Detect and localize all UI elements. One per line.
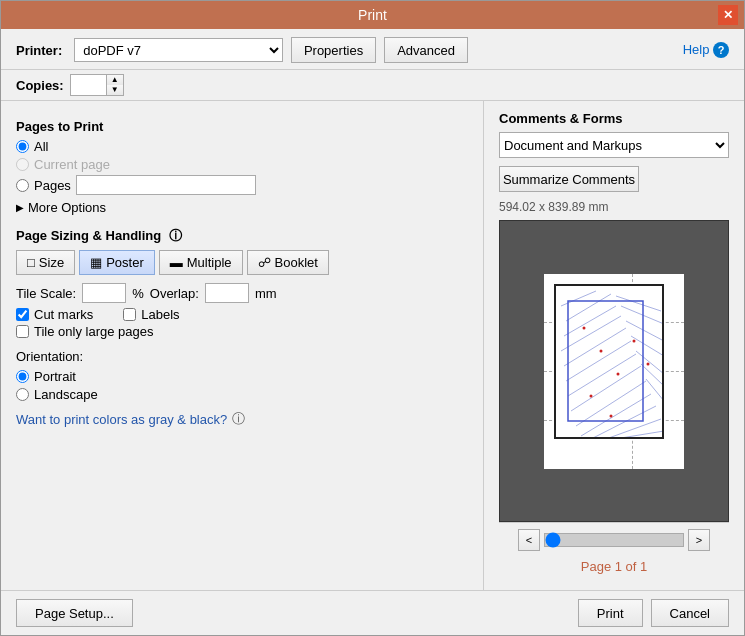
copies-input[interactable]: 1 bbox=[70, 74, 106, 96]
overlap-label: Overlap: bbox=[150, 286, 199, 301]
current-page-label: Current page bbox=[34, 157, 110, 172]
page-indicator: Page 1 of 1 bbox=[499, 557, 729, 580]
print-area bbox=[554, 284, 664, 439]
cut-marks-checkbox[interactable] bbox=[16, 308, 29, 321]
labels-checkbox[interactable] bbox=[123, 308, 136, 321]
landscape-row: Landscape bbox=[16, 387, 468, 402]
svg-line-18 bbox=[641, 364, 664, 386]
pages-label: Pages bbox=[34, 178, 71, 193]
poster-tab[interactable]: ▦ Poster bbox=[79, 250, 155, 275]
comments-forms-header: Comments & Forms bbox=[499, 111, 729, 126]
size-tab-icon: □ bbox=[27, 255, 35, 270]
orientation-section: Orientation: Portrait Landscape bbox=[16, 349, 468, 402]
booklet-tab-icon: ☍ bbox=[258, 255, 271, 270]
svg-line-5 bbox=[566, 341, 631, 381]
more-options[interactable]: ▶ More Options bbox=[16, 200, 468, 215]
more-options-label: More Options bbox=[28, 200, 106, 215]
svg-rect-27 bbox=[568, 301, 643, 421]
tile-only-checkbox[interactable] bbox=[16, 325, 29, 338]
print-colors-row[interactable]: Want to print colors as gray & black? ⓘ bbox=[16, 410, 468, 428]
properties-button[interactable]: Properties bbox=[291, 37, 376, 63]
title-bar: Print ✕ bbox=[1, 1, 744, 29]
svg-point-21 bbox=[600, 349, 603, 352]
dialog-title: Print bbox=[358, 7, 387, 23]
tile-only-row: Tile only large pages bbox=[16, 324, 468, 339]
close-button[interactable]: ✕ bbox=[718, 5, 738, 25]
svg-point-22 bbox=[617, 372, 620, 375]
print-colors-icon: ⓘ bbox=[232, 410, 245, 428]
overlap-input[interactable]: 0.005 bbox=[205, 283, 249, 303]
main-content: Pages to Print All Current page Pages 1 … bbox=[1, 101, 744, 590]
svg-line-19 bbox=[646, 379, 664, 401]
booklet-tab[interactable]: ☍ Booklet bbox=[247, 250, 329, 275]
svg-point-24 bbox=[633, 339, 636, 342]
print-colors-label: Want to print colors as gray & black? bbox=[16, 412, 227, 427]
pages-radio[interactable] bbox=[16, 179, 29, 192]
pages-to-print-header: Pages to Print bbox=[16, 119, 468, 134]
advanced-button[interactable]: Advanced bbox=[384, 37, 468, 63]
multiple-tab-icon: ▬ bbox=[170, 255, 183, 270]
nav-bar: < > bbox=[499, 522, 729, 557]
help-link[interactable]: Help ? bbox=[683, 42, 729, 58]
printer-label: Printer: bbox=[16, 43, 62, 58]
tile-scale-input[interactable]: 100 bbox=[82, 283, 126, 303]
preview-page bbox=[544, 274, 684, 469]
cut-marks-row: Cut marks Labels bbox=[16, 307, 468, 322]
pages-input[interactable]: 1 bbox=[76, 175, 256, 195]
copies-label: Copies: bbox=[16, 78, 64, 93]
drawing-svg bbox=[556, 286, 664, 439]
dimensions-text: 594.02 x 839.89 mm bbox=[499, 200, 729, 214]
multiple-tab[interactable]: ▬ Multiple bbox=[159, 250, 243, 275]
all-radio[interactable] bbox=[16, 140, 29, 153]
orientation-header: Orientation: bbox=[16, 349, 468, 364]
landscape-radio[interactable] bbox=[16, 388, 29, 401]
page-setup-button[interactable]: Page Setup... bbox=[16, 599, 133, 627]
copies-row: Copies: 1 ▲ ▼ bbox=[1, 70, 744, 101]
all-radio-row: All bbox=[16, 139, 468, 154]
size-tab[interactable]: □ Size bbox=[16, 250, 75, 275]
svg-line-0 bbox=[561, 291, 596, 306]
more-options-triangle: ▶ bbox=[16, 202, 24, 213]
left-panel: Pages to Print All Current page Pages 1 … bbox=[1, 101, 484, 590]
svg-point-20 bbox=[583, 326, 586, 329]
tile-scale-unit: % bbox=[132, 286, 144, 301]
spin-down[interactable]: ▼ bbox=[107, 85, 123, 95]
pages-radio-row: Pages 1 bbox=[16, 175, 468, 195]
cancel-button[interactable]: Cancel bbox=[651, 599, 729, 627]
footer-right: Print Cancel bbox=[578, 599, 729, 627]
svg-point-23 bbox=[590, 394, 593, 397]
svg-line-3 bbox=[561, 316, 621, 351]
labels-label: Labels bbox=[141, 307, 179, 322]
cut-marks-label: Cut marks bbox=[34, 307, 93, 322]
page-slider[interactable] bbox=[544, 533, 684, 547]
current-page-radio[interactable] bbox=[16, 158, 29, 171]
copies-spinner[interactable]: 1 ▲ ▼ bbox=[70, 74, 124, 96]
print-button[interactable]: Print bbox=[578, 599, 643, 627]
info-icon: ⓘ bbox=[169, 228, 182, 243]
svg-point-25 bbox=[647, 362, 650, 365]
svg-line-6 bbox=[568, 354, 636, 396]
svg-point-26 bbox=[610, 414, 613, 417]
printer-select[interactable]: doPDF v7 bbox=[74, 38, 283, 62]
svg-line-12 bbox=[621, 431, 664, 438]
summarize-button[interactable]: Summarize Comments bbox=[499, 166, 639, 192]
poster-tab-icon: ▦ bbox=[90, 255, 102, 270]
spin-up[interactable]: ▲ bbox=[107, 75, 123, 85]
tile-scale-row: Tile Scale: 100 % Overlap: 0.005 mm bbox=[16, 283, 468, 303]
footer: Page Setup... Print Cancel bbox=[1, 590, 744, 635]
pages-radio-group: All Current page Pages 1 bbox=[16, 139, 468, 195]
page-sizing-header: Page Sizing & Handling ⓘ bbox=[16, 227, 468, 245]
svg-line-13 bbox=[616, 296, 661, 311]
svg-line-1 bbox=[566, 294, 611, 321]
portrait-label: Portrait bbox=[34, 369, 76, 384]
portrait-radio[interactable] bbox=[16, 370, 29, 383]
svg-line-17 bbox=[636, 351, 664, 374]
prev-page-button[interactable]: < bbox=[518, 529, 540, 551]
next-page-button[interactable]: > bbox=[688, 529, 710, 551]
help-icon: ? bbox=[713, 42, 729, 58]
comments-select[interactable]: Document and Markups Document Form Field… bbox=[499, 132, 729, 158]
all-label: All bbox=[34, 139, 48, 154]
preview-box bbox=[499, 220, 729, 522]
sizing-tabs: □ Size ▦ Poster ▬ Multiple ☍ Booklet bbox=[16, 250, 468, 275]
landscape-label: Landscape bbox=[34, 387, 98, 402]
